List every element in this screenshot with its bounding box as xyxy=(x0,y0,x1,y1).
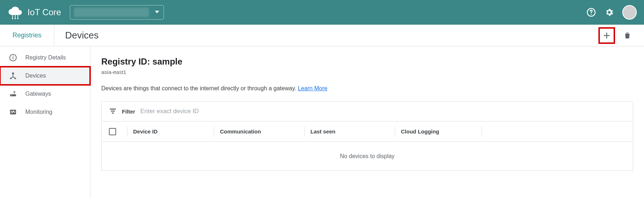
devices-description: Devices are things that connect to the i… xyxy=(101,85,633,92)
region-label: asia-east1 xyxy=(101,69,633,75)
add-device-button[interactable] xyxy=(598,27,615,44)
monitoring-icon xyxy=(9,108,17,116)
topbar-actions xyxy=(586,5,637,20)
page-actions xyxy=(598,27,644,44)
svg-point-7 xyxy=(591,14,592,15)
sidebar-item-label: Registry Details xyxy=(25,54,66,61)
gear-icon[interactable] xyxy=(604,7,614,17)
brand: IoT Core xyxy=(7,4,61,21)
sidebar-item-registry-details[interactable]: Registry Details xyxy=(0,49,90,67)
select-all-checkbox[interactable] xyxy=(109,128,116,135)
svg-point-10 xyxy=(13,55,13,56)
top-bar: IoT Core xyxy=(0,0,644,25)
sidebar-item-label: Monitoring xyxy=(25,109,52,115)
svg-point-5 xyxy=(17,18,19,19)
help-icon[interactable] xyxy=(586,7,596,17)
iot-core-cloud-icon xyxy=(7,4,23,21)
breadcrumb: Registries xyxy=(0,25,54,46)
breadcrumb-link-registries[interactable]: Registries xyxy=(12,32,41,39)
column-actions xyxy=(482,127,626,137)
svg-point-4 xyxy=(14,18,16,19)
description-text: Devices are things that connect to the i… xyxy=(101,85,298,91)
project-name-redacted xyxy=(74,8,149,17)
learn-more-link[interactable]: Learn More xyxy=(298,85,327,91)
main-content: Registry ID: sample asia-east1 Devices a… xyxy=(90,46,644,198)
caret-down-icon xyxy=(155,9,159,15)
sidebar-item-monitoring[interactable]: Monitoring xyxy=(0,103,90,121)
product-title: IoT Core xyxy=(27,7,61,17)
svg-rect-12 xyxy=(10,78,12,79)
column-last-seen[interactable]: Last seen xyxy=(304,127,395,137)
project-selector[interactable] xyxy=(70,5,164,20)
page-title: Devices xyxy=(54,30,98,41)
content-row: Registry Details Devices Gateways xyxy=(0,46,644,198)
svg-rect-17 xyxy=(110,108,116,109)
empty-message: No devices to display xyxy=(340,153,394,160)
table-empty-state: No devices to display xyxy=(101,142,633,171)
avatar[interactable] xyxy=(622,5,637,20)
sidebar: Registry Details Devices Gateways xyxy=(0,46,90,198)
filter-label: Filter xyxy=(122,108,135,115)
info-icon xyxy=(9,53,17,62)
filter-bar: Filter xyxy=(101,101,633,121)
svg-rect-19 xyxy=(112,112,114,113)
column-communication[interactable]: Communication xyxy=(214,127,304,137)
registry-id-heading: Registry ID: sample xyxy=(101,57,633,67)
filter-icon xyxy=(109,107,117,116)
sidebar-item-label: Gateways xyxy=(25,91,51,97)
svg-point-15 xyxy=(11,95,12,96)
svg-rect-13 xyxy=(15,78,16,79)
device-hub-icon xyxy=(9,71,17,80)
column-device-id[interactable]: Device ID xyxy=(127,127,214,137)
column-cloud-logging[interactable]: Cloud Logging xyxy=(395,127,482,137)
filter-input[interactable] xyxy=(140,108,626,115)
svg-rect-18 xyxy=(111,111,115,111)
svg-rect-14 xyxy=(10,94,16,96)
sidebar-item-devices[interactable]: Devices xyxy=(0,67,90,85)
sub-header: Registries Devices xyxy=(0,25,644,46)
delete-button[interactable] xyxy=(622,30,633,41)
svg-point-3 xyxy=(12,18,13,19)
sidebar-item-gateways[interactable]: Gateways xyxy=(0,85,90,103)
table-header: Device ID Communication Last seen Cloud … xyxy=(101,121,633,142)
sidebar-item-label: Devices xyxy=(25,73,46,79)
router-icon xyxy=(9,90,17,98)
svg-point-11 xyxy=(12,73,14,75)
